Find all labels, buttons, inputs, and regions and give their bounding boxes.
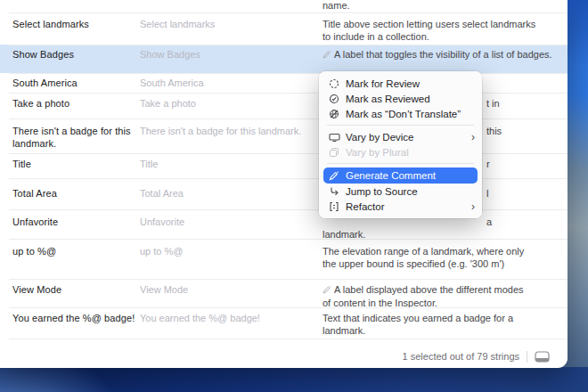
comment-fragment: t in: [486, 98, 500, 110]
string-key: There isn't a badge for this landmark.: [12, 126, 135, 150]
table-row[interactable]: You earned the %@ badge! You earned the …: [0, 307, 568, 339]
plural-layers-icon: [327, 147, 341, 158]
default-value: up to %@: [140, 246, 306, 258]
table-row[interactable]: There isn't a badge for this landmark. T…: [0, 118, 568, 153]
string-key: You earned the %@ badge!: [12, 313, 135, 325]
table-row-selected[interactable]: Show Badges Show Badges A label that tog…: [0, 45, 568, 73]
comment-cell: A label displayed above the different mo…: [323, 284, 526, 309]
ai-generated-comment-icon: [323, 50, 331, 62]
menu-item-label: Jump to Source: [346, 186, 418, 197]
default-value: There isn't a badge for this landmark.: [140, 126, 306, 138]
table-end-divider: [9, 339, 568, 339]
comment-text: A label that toggles the visibility of a…: [334, 49, 552, 60]
comment-cell: The elevation range of a landmark, where…: [323, 246, 532, 270]
string-key: South America: [12, 78, 135, 90]
string-key: Select landmarks: [12, 19, 135, 31]
menu-item-label: Mark as “Don’t Translate”: [346, 109, 461, 119]
menu-item-label: Generate Comment: [346, 170, 436, 181]
menu-item-label: Vary by Plural: [346, 147, 409, 158]
string-key: Total Area: [12, 188, 135, 200]
context-menu: Mark for Review Mark as Reviewed Mark as…: [319, 71, 482, 218]
default-value: Title: [140, 159, 306, 171]
comment-fragment: this: [486, 126, 502, 138]
menu-item-label: Mark for Review: [346, 78, 420, 89]
comment-fragment: a: [486, 216, 492, 229]
menu-item-label: Refactor: [346, 201, 384, 212]
menu-item-mark-dont-translate[interactable]: Mark as “Don’t Translate”: [319, 106, 482, 121]
status-bar: 1 selected out of 79 strings: [403, 348, 550, 364]
xcode-string-catalog-window: name. Select landmarks Select landmarks …: [0, 0, 568, 368]
sparkle-pencil-icon: [327, 170, 341, 181]
menu-item-vary-by-plural: Vary by Plural: [319, 144, 482, 159]
table-row[interactable]: View Mode View Mode A label displayed ab…: [0, 279, 568, 307]
comment-cell: Text that indicates you earned a badge f…: [323, 313, 556, 337]
table-row[interactable]: name.: [0, 0, 568, 12]
comment-cell: Title above section letting users select…: [323, 19, 536, 43]
string-key: View Mode: [12, 284, 135, 297]
comment-cell: name.: [323, 0, 556, 12]
menu-item-vary-by-device[interactable]: Vary by Device ›: [319, 129, 482, 144]
table-row[interactable]: Take a photo Take a photo t in: [0, 93, 568, 118]
submenu-chevron-icon: ›: [471, 201, 475, 212]
menu-item-jump-to-source[interactable]: Jump to Source: [319, 184, 482, 199]
jump-arrow-icon: [327, 186, 341, 197]
comment-text: A label displayed above the different mo…: [323, 284, 524, 308]
string-key: Unfavorite: [12, 216, 135, 229]
globe-slash-icon: [327, 109, 341, 119]
table-row[interactable]: South America South America: [0, 73, 568, 93]
table-row[interactable]: up to %@ up to %@ The elevation range of…: [0, 239, 568, 279]
string-key: up to %@: [12, 246, 135, 258]
default-value: Take a photo: [140, 98, 306, 110]
default-value: Total Area: [140, 188, 306, 200]
menu-item-generate-comment[interactable]: Generate Comment: [323, 167, 478, 184]
status-divider: [527, 351, 527, 363]
default-value: Unfavorite: [140, 216, 306, 229]
table-row[interactable]: Unfavorite Unfavorite a landmark.: [0, 209, 568, 239]
string-key: Show Badges: [12, 49, 135, 61]
menu-item-label: Vary by Device: [346, 132, 413, 143]
table-row[interactable]: Title Title r: [0, 153, 568, 178]
table-row[interactable]: Total Area Total Area l: [0, 178, 568, 209]
table-row[interactable]: Select landmarks Select landmarks Title …: [0, 12, 568, 45]
default-value: South America: [140, 78, 306, 90]
filter-bar-toggle-icon[interactable]: [535, 351, 550, 363]
default-value: You earned the %@ badge!: [140, 313, 306, 325]
default-value: Select landmarks: [140, 19, 306, 31]
comment-fragment: r: [486, 159, 490, 171]
selection-count-label: 1 selected out of 79 strings: [403, 351, 519, 362]
menu-item-label: Mark as Reviewed: [346, 94, 430, 104]
ai-generated-comment-icon: [323, 285, 331, 298]
menu-item-mark-as-reviewed[interactable]: Mark as Reviewed: [319, 91, 482, 106]
string-key: Take a photo: [12, 98, 135, 110]
menu-separator: [327, 163, 474, 164]
menu-separator: [327, 125, 474, 126]
checkmark-circle-icon: [327, 94, 341, 104]
comment-fragment: l: [486, 188, 488, 200]
string-key: Title: [12, 159, 135, 171]
default-value: View Mode: [140, 284, 306, 297]
menu-item-mark-for-review[interactable]: Mark for Review: [319, 76, 482, 91]
submenu-chevron-icon: ›: [471, 132, 475, 143]
default-value: Show Badges: [140, 49, 306, 61]
refactor-icon: [327, 201, 341, 212]
device-icon: [327, 132, 341, 143]
dashed-circle-icon: [327, 78, 341, 89]
menu-item-refactor[interactable]: Refactor ›: [319, 199, 482, 214]
comment-cell: A label that toggles the visibility of a…: [323, 49, 556, 62]
